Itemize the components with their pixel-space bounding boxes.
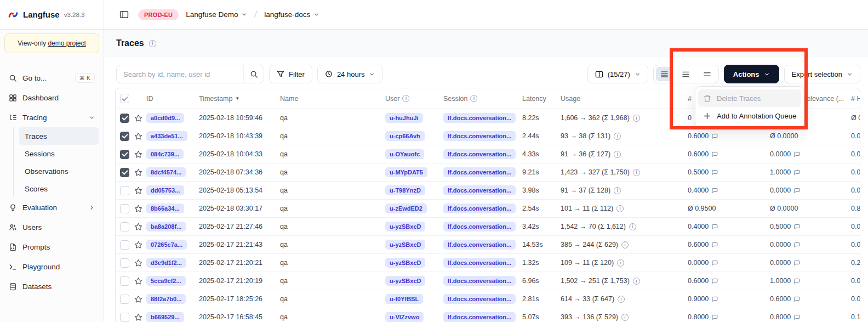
select-all-checkbox[interactable] (120, 94, 129, 103)
comment-icon[interactable] (711, 314, 718, 321)
sidebar-item-users[interactable]: Users (4, 217, 99, 237)
comment-icon[interactable] (711, 187, 718, 194)
table-row[interactable]: a433de51... 2025-02-18 10:43:39 qa u-cp6… (116, 127, 860, 145)
sidebar-toggle-button[interactable] (117, 8, 131, 22)
star-button[interactable] (134, 259, 142, 267)
sidebar-item-sessions[interactable]: Sessions (19, 145, 99, 162)
table-row[interactable]: 88f2a7b0... 2025-02-17 18:25:26 qa u-f0Y… (116, 290, 860, 308)
session-badge[interactable]: lf.docs.conversation... (443, 131, 516, 141)
project-switcher[interactable]: langfuse-docs (264, 10, 319, 19)
user-badge[interactable]: u-VIZzvwo (385, 312, 424, 322)
star-button[interactable] (134, 313, 142, 321)
comment-icon[interactable] (793, 151, 800, 158)
trace-id-badge[interactable]: b669529... (146, 312, 184, 322)
row-checkbox[interactable] (120, 132, 129, 141)
info-icon[interactable] (402, 95, 409, 102)
search-input[interactable] (117, 65, 243, 83)
table-row[interactable]: b669529... 2025-02-17 16:58:45 qa u-VIZz… (116, 308, 860, 322)
trace-id-badge[interactable]: 88f2a7b0... (146, 294, 186, 304)
trace-id-badge[interactable]: 8dcf4574... (146, 167, 186, 177)
filter-button[interactable]: Filter (269, 65, 312, 83)
row-checkbox[interactable] (120, 240, 129, 250)
session-badge[interactable]: lf.docs.conversation... (443, 113, 516, 123)
row-checkbox[interactable] (120, 276, 129, 286)
session-badge[interactable]: lf.docs.conversation... (443, 222, 516, 231)
star-button[interactable] (134, 205, 142, 213)
column-header-name[interactable]: Name (280, 95, 385, 103)
demo-project-link[interactable]: demo project (48, 39, 85, 47)
comment-icon[interactable] (793, 169, 800, 176)
star-button[interactable] (134, 114, 142, 122)
row-height-small-button[interactable] (656, 67, 673, 81)
row-checkbox[interactable] (120, 114, 129, 123)
sidebar-item-scores[interactable]: Scores (19, 180, 99, 197)
comment-icon[interactable] (793, 241, 800, 248)
trace-id-badge[interactable]: d3e9d1f2... (146, 258, 186, 268)
trace-id-badge[interactable]: ba8a208f... (146, 222, 186, 231)
comment-icon[interactable] (711, 241, 718, 248)
usage-info-icon[interactable] (614, 151, 621, 158)
trace-id-badge[interactable]: 07265c7a... (146, 240, 187, 250)
row-checkbox[interactable] (120, 295, 129, 304)
user-badge[interactable]: u-MYpDAT5 (385, 167, 427, 177)
column-header-usage[interactable]: Usage (561, 95, 681, 103)
comment-icon[interactable] (793, 314, 800, 321)
column-header-relevance[interactable]: relevance (... (804, 88, 844, 109)
sidebar-item-prompts[interactable]: Prompts (4, 237, 99, 257)
user-badge[interactable]: u-OYauofc (385, 149, 424, 159)
table-row[interactable]: ba8a208f... 2025-02-17 21:27:46 qa u-yzS… (116, 218, 860, 236)
user-badge[interactable]: u-zEwdED2 (385, 204, 427, 213)
usage-info-icon[interactable] (616, 205, 624, 212)
comment-icon[interactable] (793, 259, 800, 267)
star-button[interactable] (134, 168, 142, 177)
session-badge[interactable]: lf.docs.conversation... (443, 258, 516, 268)
column-header-latency[interactable]: Latency (522, 95, 561, 103)
comment-icon[interactable] (793, 187, 800, 194)
row-checkbox[interactable] (120, 168, 129, 177)
table-row[interactable]: dd05753... 2025-02-18 05:13:54 qa u-T98Y… (116, 182, 860, 200)
trace-id-badge[interactable]: 5cca9cf2... (146, 276, 186, 286)
sidebar-item-traces[interactable]: Traces (19, 127, 99, 145)
menu-item-delete-traces[interactable]: Delete Traces (698, 89, 801, 107)
table-row[interactable]: 5cca9cf2... 2025-02-17 21:20:19 qa u-yzS… (116, 272, 860, 290)
user-badge[interactable]: u-cp66Avh (385, 131, 425, 141)
usage-info-icon[interactable] (614, 133, 621, 140)
table-row[interactable]: 07265c7a... 2025-02-17 21:21:43 qa u-yzS… (116, 236, 860, 254)
column-header-score3[interactable]: # H (850, 95, 860, 103)
comment-icon[interactable] (711, 296, 718, 303)
sidebar-item-datasets[interactable]: Datasets (4, 276, 99, 296)
table-row[interactable]: 8dcf4574... 2025-02-18 07:34:36 qa u-MYp… (116, 163, 860, 182)
usage-info-icon[interactable] (614, 187, 621, 194)
table-row[interactable]: d3e9d1f2... 2025-02-17 21:20:21 qa u-yzS… (116, 254, 860, 272)
trace-id-badge[interactable]: dd05753... (146, 185, 184, 195)
session-badge[interactable]: lf.docs.conversation... (443, 240, 516, 250)
info-icon[interactable] (149, 40, 156, 47)
row-height-medium-button[interactable] (677, 67, 695, 81)
session-badge[interactable]: lf.docs.conversation... (443, 167, 516, 177)
row-checkbox[interactable] (120, 150, 129, 159)
user-badge[interactable]: u-yzSBxcD (385, 258, 425, 268)
row-checkbox[interactable] (120, 204, 129, 213)
comment-icon[interactable] (711, 223, 718, 230)
sidebar-item-tracing[interactable]: Tracing (4, 108, 99, 127)
column-header-timestamp[interactable]: Timestamp▼ (199, 95, 280, 103)
star-button[interactable] (134, 277, 142, 285)
user-badge[interactable]: u-yzSBxcD (385, 222, 425, 231)
sidebar-item-evaluation[interactable]: Evaluation (4, 197, 99, 217)
org-switcher[interactable]: Langfuse Demo (186, 10, 247, 19)
row-checkbox[interactable] (120, 186, 129, 195)
session-badge[interactable]: lf.docs.conversation... (443, 294, 516, 304)
usage-info-icon[interactable] (621, 241, 629, 248)
column-header-id[interactable]: ID (146, 95, 199, 103)
usage-info-icon[interactable] (633, 278, 640, 285)
usage-info-icon[interactable] (621, 314, 629, 321)
session-badge[interactable]: lf.docs.conversation... (443, 204, 516, 213)
info-icon[interactable] (470, 95, 477, 102)
row-checkbox[interactable] (120, 313, 129, 322)
usage-info-icon[interactable] (617, 259, 624, 267)
sidebar-item-dashboard[interactable]: Dashboard (4, 88, 99, 108)
export-selection-button[interactable]: Export selection (784, 65, 861, 83)
user-badge[interactable]: u-T98YnzD (385, 185, 425, 195)
time-range-button[interactable]: 24 hours (317, 65, 383, 83)
sidebar-item-playground[interactable]: Playground (4, 257, 99, 276)
